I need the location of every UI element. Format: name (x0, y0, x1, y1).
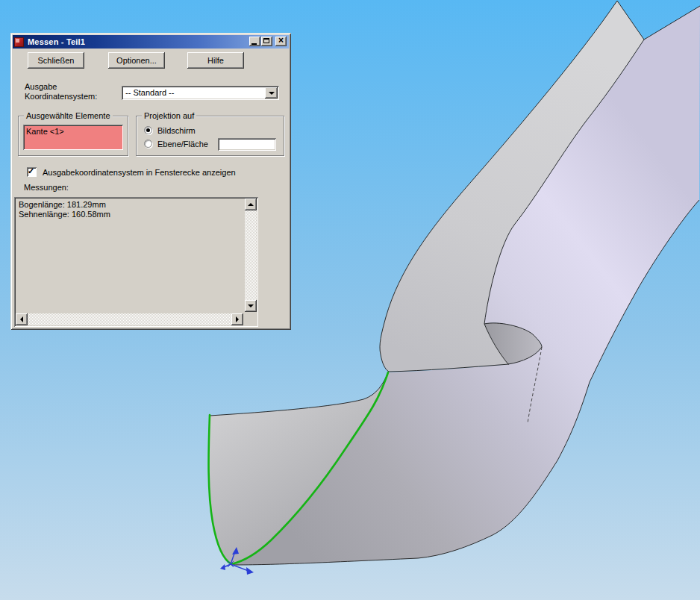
dialog-titlebar[interactable]: Messen - Teil1 × (13, 35, 289, 49)
scroll-up-button[interactable] (245, 199, 257, 210)
arrow-up-icon (248, 203, 254, 206)
maximize-button[interactable] (261, 37, 272, 46)
arrow-right-icon (236, 316, 239, 322)
schliessen-button[interactable]: Schließen (28, 52, 84, 69)
maximize-icon (263, 38, 269, 43)
radio-ebene-flaeche-label[interactable]: Ebene/Fläche (157, 140, 208, 149)
dialog-title: Messen - Teil1 (28, 37, 85, 46)
projection-group-title: Projektion auf (142, 111, 196, 120)
show-coordsys-checkbox-label[interactable]: Ausgabekoordinatensystem in Fensterecke … (43, 168, 236, 177)
measurement-line-arc-length: Bogenlänge: 181.29mm (19, 200, 106, 209)
checkmark-icon: ✓ (28, 166, 34, 176)
measurements-listbox[interactable]: Bogenlänge: 181.29mm Sehnenlänge: 160.58… (14, 197, 258, 327)
radio-ebene-flaeche[interactable] (144, 140, 152, 148)
measure-dialog: Messen - Teil1 × Schließen Optionen... H… (10, 33, 291, 330)
scrollbar-corner (245, 313, 257, 325)
output-coord-label-line1: Ausgabe (25, 82, 57, 91)
optionen-button[interactable]: Optionen... (108, 52, 165, 69)
coordinate-system-dropdown[interactable]: -- Standard -- (122, 86, 279, 100)
arrow-down-icon (248, 304, 254, 307)
radio-selected-dot (146, 128, 150, 132)
arrow-left-icon (20, 316, 23, 322)
chevron-down-icon (269, 92, 275, 95)
radio-bildschirm-label[interactable]: Bildschirm (157, 126, 196, 135)
hilfe-button[interactable]: Hilfe (187, 52, 244, 69)
selected-elements-group: Ausgewählte Elemente Kante <1> (18, 116, 128, 156)
output-coord-label-line2: Koordinatensystem: (25, 92, 97, 101)
measurements-label: Messungen: (24, 183, 69, 192)
solidworks-icon (14, 37, 24, 47)
scroll-left-button[interactable] (16, 313, 28, 325)
horizontal-scrollbar-track[interactable] (28, 313, 231, 325)
close-icon: × (275, 36, 287, 46)
plane-face-field[interactable] (218, 138, 276, 151)
selected-elements-group-title: Ausgewählte Elemente (24, 111, 113, 120)
minimize-icon (251, 43, 257, 45)
measurement-line-chord-length: Sehnenlänge: 160.58mm (19, 210, 110, 219)
show-coordsys-checkbox[interactable]: ✓ (27, 167, 37, 177)
dropdown-arrow-button[interactable] (265, 87, 278, 99)
scroll-down-button[interactable] (245, 300, 257, 312)
projection-group: Projektion auf Bildschirm Ebene/Fläche (136, 116, 284, 156)
radio-bildschirm[interactable] (144, 126, 152, 134)
selected-elements-list[interactable]: Kante <1> (23, 125, 123, 150)
minimize-button[interactable] (249, 37, 260, 46)
vertical-scrollbar-track[interactable] (245, 210, 257, 300)
solidworks-app: Messen - Teil1 × Schließen Optionen... H… (0, 0, 700, 600)
close-button[interactable]: × (275, 37, 287, 46)
selected-element-item[interactable]: Kante <1> (26, 127, 64, 136)
dropdown-selected-value: -- Standard -- (125, 88, 174, 97)
scroll-right-button[interactable] (231, 313, 243, 325)
